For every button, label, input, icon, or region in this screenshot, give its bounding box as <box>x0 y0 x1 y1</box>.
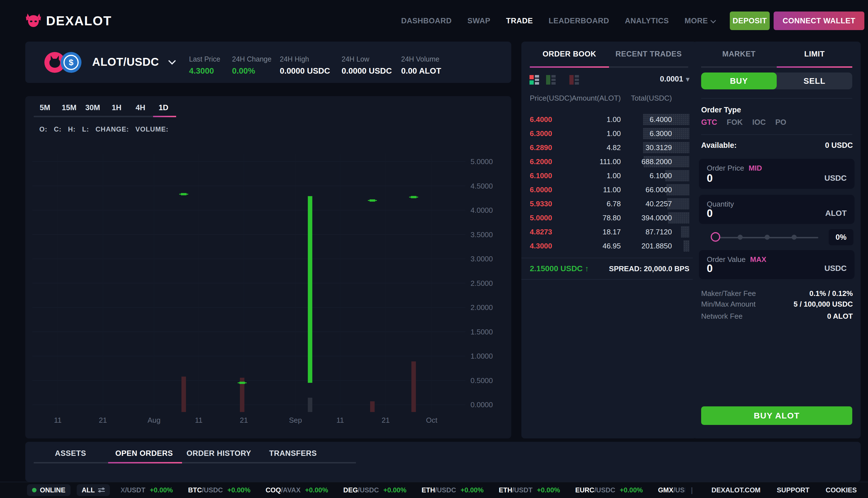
book-view-bids-icon[interactable] <box>546 75 556 84</box>
pair-header-card: $ ALOT/USDC Last Price4.300024H Change0.… <box>25 42 511 83</box>
stat-label: 24H Volume <box>401 55 439 63</box>
order-value-field[interactable]: Order ValueMAX 0 USDC <box>699 250 855 279</box>
mid-price-button[interactable]: MID <box>749 164 762 172</box>
stat-value: 0.0000 USDC <box>342 66 392 76</box>
ask-amount: 18.17 <box>603 228 621 236</box>
max-value-button[interactable]: MAX <box>750 255 766 264</box>
dexalot-logo[interactable]: DEXALOT <box>25 13 112 29</box>
status-pill[interactable]: ONLINE <box>27 484 70 496</box>
ticker-deg-usdc[interactable]: DEG/USDC+0.00% <box>343 486 406 494</box>
order-type-fok[interactable]: FOK <box>727 118 743 127</box>
last-trade-price: 2.15000 USDC ↑ <box>530 264 589 273</box>
nav-item-analytics[interactable]: ANALYTICS <box>625 16 669 25</box>
tab-order-history[interactable]: ORDER HISTORY <box>187 449 251 458</box>
ask-price: 6.3000 <box>530 129 552 138</box>
slider-step-25[interactable] <box>738 235 743 240</box>
ticker-quote: /AVAX <box>281 486 301 494</box>
slider-step-75[interactable] <box>792 235 797 240</box>
buy-alot-button[interactable]: BUY ALOT <box>701 406 852 425</box>
nav-item-more[interactable]: MORE <box>684 16 715 25</box>
svg-text:Aug: Aug <box>147 416 160 424</box>
order-type-ioc[interactable]: IOC <box>752 118 766 127</box>
footer-link-cookies[interactable]: COOKIES <box>826 486 857 494</box>
ask-row[interactable]: 6.2000111.00688.2000 <box>521 155 697 169</box>
book-view-asks-icon[interactable] <box>570 75 579 84</box>
tab-order-book[interactable]: ORDER BOOK <box>530 42 609 66</box>
order-type-gtc[interactable]: GTC <box>701 118 717 127</box>
ticker-x-usdt[interactable]: X/USDT+0.00% <box>121 486 173 494</box>
ask-row[interactable]: 6.28904.8230.3129 <box>521 141 697 155</box>
pair-selector[interactable]: ALOT/USDC <box>92 56 175 68</box>
ticker-coq-avax[interactable]: COQ/AVAX+0.00% <box>266 486 329 494</box>
ticker-change: +0.00% <box>150 486 173 494</box>
precision-dropdown[interactable]: 0.0001▾ <box>660 75 689 83</box>
fee-label: Network Fee <box>701 312 743 321</box>
nav-item-leaderboard[interactable]: LEADERBOARD <box>549 16 609 25</box>
nav-item-dashboard[interactable]: DASHBOARD <box>401 16 452 25</box>
svg-text:11: 11 <box>195 416 202 424</box>
column-header-price: Price(USDC) <box>530 94 572 103</box>
stat-value: 4.3000 <box>189 66 214 76</box>
fee-row-min-max-amount: Min/Max Amount5 / 100,000 USDC <box>701 299 853 309</box>
ask-row[interactable]: 6.000011.0066.0000 <box>521 183 697 197</box>
ask-row[interactable]: 6.10001.006.1000 <box>521 169 697 183</box>
tab-limit[interactable]: LIMIT <box>777 42 852 66</box>
ticker-change: +0.00% <box>227 486 250 494</box>
footer-links: |DEXALOT.COMSUPPORTCOOKIES <box>685 486 857 495</box>
ticker-gmx-usdc[interactable]: GMX/USDC+0.00% <box>658 486 685 494</box>
order-book-panel: ORDER BOOKRECENT TRADES 0.0001▾ Price(US… <box>521 42 697 438</box>
ask-row[interactable]: 4.300046.95201.8850 <box>521 239 697 253</box>
svg-text:21: 21 <box>382 416 390 424</box>
tab-open-orders[interactable]: OPEN ORDERS <box>115 449 173 458</box>
available-label: Available: <box>701 141 737 150</box>
footer-link-support[interactable]: SUPPORT <box>777 486 809 494</box>
svg-text:Oct: Oct <box>426 416 438 424</box>
order-price-field[interactable]: Order PriceMID 0 USDC <box>699 159 855 189</box>
ticker-eth-usdt[interactable]: ETH/USDT+0.00% <box>499 486 560 494</box>
chart-canvas[interactable]: 5.00004.50004.00003.50003.00002.50002.00… <box>25 96 511 438</box>
svg-text:Sep: Sep <box>289 416 302 424</box>
tab-transfers[interactable]: TRANSFERS <box>269 449 317 458</box>
slider-step-50[interactable] <box>765 235 770 240</box>
ask-row[interactable]: 6.30001.006.3000 <box>521 127 697 141</box>
ticker-base: DEG <box>343 486 358 494</box>
candlestick-chart: 5.00004.50004.00003.50003.00002.50002.00… <box>25 96 511 438</box>
tab-market[interactable]: MARKET <box>701 42 777 66</box>
caret-down-icon: ▾ <box>686 75 689 83</box>
quantity-slider-knob[interactable] <box>711 232 720 242</box>
ticker-btc-usdc[interactable]: BTC/USDC+0.00% <box>188 486 250 494</box>
footer-link-dexalot-com[interactable]: DEXALOT.COM <box>711 486 761 494</box>
online-dot-icon <box>32 488 37 493</box>
ticker-eth-usdc[interactable]: ETH/USDC+0.00% <box>422 486 484 494</box>
ask-row[interactable]: 5.93306.7840.2257 <box>521 197 697 211</box>
order-type-po[interactable]: PO <box>775 118 786 127</box>
deposit-button[interactable]: DEPOSIT <box>730 12 770 30</box>
ask-total: 6.4000 <box>650 115 672 124</box>
fee-row-network-fee: Network Fee0 ALOT <box>701 311 853 321</box>
ask-amount: 1.00 <box>606 115 621 124</box>
ask-amount: 78.80 <box>603 213 621 222</box>
tab-recent-trades[interactable]: RECENT TRADES <box>609 42 688 66</box>
nav-item-swap[interactable]: SWAP <box>467 16 491 25</box>
ticker-eurc-usdc[interactable]: EURC/USDC+0.00% <box>575 486 643 494</box>
order-value-input[interactable]: 0 <box>707 262 713 275</box>
ticker-base: GMX <box>658 486 673 494</box>
order-book-tab-underline <box>530 66 688 68</box>
book-view-both-icon[interactable] <box>530 75 539 84</box>
depth-bar <box>683 240 689 251</box>
ticker-filter-pill[interactable]: ALL <box>77 484 110 496</box>
buy-tab[interactable]: BUY <box>701 73 777 89</box>
nav-item-trade[interactable]: TRADE <box>506 16 533 25</box>
order-type-label: Order Type <box>701 106 741 114</box>
sell-tab[interactable]: SELL <box>777 73 852 89</box>
tab-assets[interactable]: ASSETS <box>55 449 86 458</box>
quantity-field[interactable]: Quantity 0 ALOT <box>699 195 855 224</box>
order-price-input[interactable]: 0 <box>707 172 713 184</box>
ask-row[interactable]: 4.827318.1787.7120 <box>521 225 697 239</box>
ask-row[interactable]: 5.000078.80394.0000 <box>521 211 697 225</box>
stat-value: 0.0000 USDC <box>280 66 330 76</box>
quantity-input[interactable]: 0 <box>707 207 713 220</box>
ticker-base: BTC <box>188 486 202 494</box>
ask-row[interactable]: 6.40001.006.4000 <box>521 113 697 127</box>
connect-wallet-button[interactable]: CONNECT WALLET <box>774 12 864 30</box>
